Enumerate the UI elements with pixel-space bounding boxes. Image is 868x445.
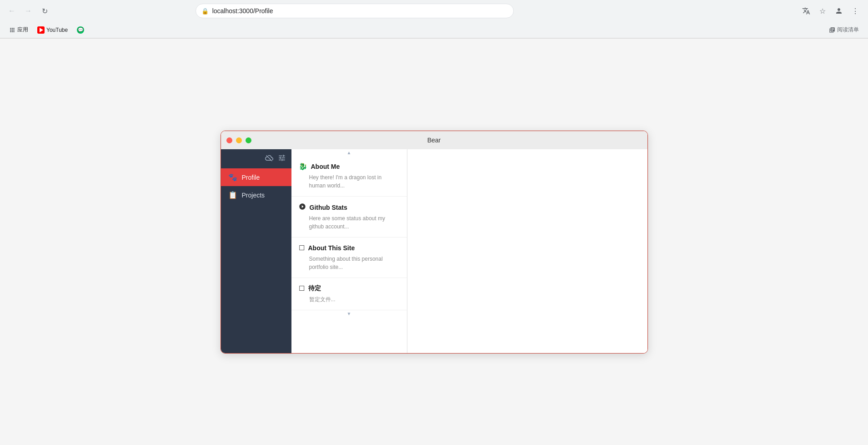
page-content: Bear: [0, 39, 868, 445]
forward-button[interactable]: →: [22, 5, 35, 17]
browser-toolbar: ← → ↻ 🔒 localhost:3000/Profile ☆ ⋮: [0, 0, 868, 22]
pending-icon: ☐: [299, 284, 305, 293]
sidebar-item-projects-label: Projects: [242, 192, 265, 199]
toolbar-right: ☆ ⋮: [799, 4, 863, 18]
settings-icon[interactable]: [278, 154, 286, 164]
app-body: 🐾 Profile 📋 Projects ▲ 🐉 About Me: [221, 149, 647, 353]
note-item-about-me-header: 🐉 About Me: [299, 162, 400, 171]
sidebar: 🐾 Profile 📋 Projects: [221, 149, 291, 353]
lock-icon: 🔒: [201, 8, 209, 15]
note-list[interactable]: ▲ 🐉 About Me Hey there! I'm a dragon los…: [291, 149, 407, 353]
address-bar[interactable]: 🔒 localhost:3000/Profile: [196, 4, 514, 18]
window-close-button[interactable]: [226, 137, 232, 143]
note-item-about-site-header: ☐ About This Site: [299, 244, 400, 252]
sidebar-item-projects[interactable]: 📋 Projects: [221, 186, 291, 204]
sidebar-item-profile-label: Profile: [242, 174, 260, 181]
about-site-preview: Something about this personal portfolio …: [299, 255, 400, 271]
reload-button[interactable]: ↻: [38, 5, 51, 17]
github-stats-preview: Here are some status about my github acc…: [299, 214, 400, 231]
note-item-about-site[interactable]: ☐ About This Site Something about this p…: [291, 238, 407, 278]
about-site-title: About This Site: [308, 244, 355, 252]
note-item-pending[interactable]: ☐ 待定 暂定文件...: [291, 278, 407, 310]
window-title: Bear: [427, 137, 441, 144]
browser-chrome: ← → ↻ 🔒 localhost:3000/Profile ☆ ⋮: [0, 0, 868, 39]
github-stats-title: Github Stats: [310, 204, 347, 211]
apps-label: 应用: [17, 26, 28, 34]
reading-list-label: 阅读清单: [837, 26, 859, 34]
note-item-pending-header: ☐ 待定: [299, 284, 400, 293]
bookmark-apps[interactable]: 应用: [5, 24, 32, 35]
youtube-label: YouTube: [46, 27, 68, 33]
about-me-preview: Hey there! I'm a dragon lost in human wo…: [299, 173, 400, 190]
translate-button[interactable]: [799, 4, 813, 18]
note-item-about-me[interactable]: 🐉 About Me Hey there! I'm a dragon lost …: [291, 156, 407, 197]
app-window: Bear: [221, 131, 648, 354]
title-bar: Bear: [221, 131, 647, 149]
paw-icon: 🐾: [228, 173, 237, 182]
bookmarks-bar: 应用 YouTube 💬 阅读清单: [0, 22, 868, 38]
sidebar-nav: 🐾 Profile 📋 Projects: [221, 168, 291, 353]
scroll-up-arrow[interactable]: ▲: [291, 149, 407, 156]
note-item-github-stats-header: Github Stats: [299, 203, 400, 212]
bookmark-button[interactable]: ☆: [815, 4, 830, 18]
menu-button[interactable]: ⋮: [848, 4, 863, 18]
profile-button[interactable]: [832, 4, 846, 18]
pending-title: 待定: [308, 284, 321, 293]
window-controls: [226, 137, 251, 143]
youtube-icon: [37, 26, 45, 34]
pending-preview: 暂定文件...: [299, 295, 400, 303]
about-site-icon: ☐: [299, 244, 305, 252]
scroll-down-arrow[interactable]: ▼: [291, 310, 407, 317]
github-stats-icon: [299, 203, 306, 212]
window-maximize-button[interactable]: [246, 137, 251, 143]
content-area[interactable]: [407, 149, 647, 353]
book-icon: 📋: [228, 191, 237, 199]
note-item-github-stats[interactable]: Github Stats Here are some status about …: [291, 197, 407, 238]
cloud-off-icon[interactable]: [265, 154, 273, 164]
bookmark-wechat[interactable]: 💬: [73, 25, 88, 35]
sidebar-header: [221, 149, 291, 168]
bookmark-youtube[interactable]: YouTube: [34, 25, 71, 35]
wechat-icon: 💬: [77, 26, 84, 34]
back-button[interactable]: ←: [5, 5, 18, 17]
window-minimize-button[interactable]: [236, 137, 242, 143]
sidebar-item-profile[interactable]: 🐾 Profile: [221, 168, 291, 186]
url-text: localhost:3000/Profile: [212, 7, 508, 15]
about-me-icon: 🐉: [299, 162, 307, 171]
about-me-title: About Me: [311, 163, 340, 170]
reading-list-button[interactable]: 阅读清单: [825, 24, 863, 35]
